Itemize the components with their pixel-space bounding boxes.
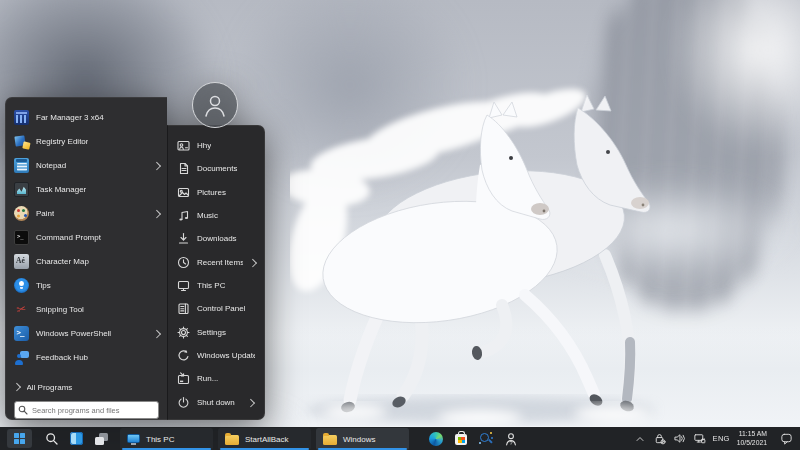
start-menu-item-windows-update[interactable]: Windows Update: [168, 344, 264, 367]
help-question-glyph: ?: [509, 439, 512, 445]
all-programs-button[interactable]: All Programs: [6, 376, 167, 398]
start-menu-item-notepad[interactable]: Notepad: [6, 154, 167, 178]
tray-chevron-up-icon[interactable]: [634, 433, 646, 445]
menu-item-label: Music: [197, 211, 218, 220]
start-menu-item-snipping-tool[interactable]: ✂ Snipping Tool: [6, 297, 167, 321]
menu-item-label: Windows Update: [197, 351, 255, 360]
start-menu-item-pictures[interactable]: Pictures: [168, 181, 264, 204]
user-avatar[interactable]: [192, 82, 238, 128]
sparkle-magnifier-icon: [479, 432, 493, 446]
search-input[interactable]: [14, 401, 159, 419]
all-programs-chevron-icon: [13, 383, 21, 391]
download-arrow-icon: [177, 232, 190, 245]
taskbar: This PC StartAllBack Windows ?: [0, 427, 800, 450]
start-menu-item-recent-items[interactable]: Recent Items: [168, 251, 264, 274]
widgets-button[interactable]: [64, 428, 89, 449]
submenu-chevron-icon: [248, 258, 256, 266]
store-icon: [455, 434, 467, 445]
start-menu-item-documents[interactable]: Documents: [168, 157, 264, 180]
power-icon: [177, 396, 190, 409]
menu-item-label: Command Prompt: [36, 233, 101, 242]
start-menu-item-run[interactable]: Run...: [168, 367, 264, 390]
monitor-icon: [177, 279, 190, 292]
start-menu-item-registry-editor[interactable]: Registry Editor: [6, 130, 167, 154]
user-avatar-icon: [200, 90, 230, 120]
volume-icon[interactable]: [673, 432, 686, 445]
menu-item-label: Character Map: [36, 257, 89, 266]
start-menu-item-control-panel[interactable]: Control Panel: [168, 297, 264, 320]
start-menu-item-paint[interactable]: Paint: [6, 202, 167, 226]
chat-bubble-icon[interactable]: [780, 432, 793, 445]
taskbar-window-label: This PC: [146, 435, 174, 444]
microsoft-store-button[interactable]: [449, 428, 474, 449]
task-view-button[interactable]: [89, 428, 114, 449]
start-menu-item-downloads[interactable]: Downloads: [168, 227, 264, 250]
start-menu-item-task-manager[interactable]: Task Manager: [6, 178, 167, 202]
language-indicator[interactable]: ENG: [713, 434, 730, 443]
taskbar-window-label: StartAllBack: [245, 435, 289, 444]
start-button[interactable]: [7, 429, 32, 448]
taskbar-window-windows[interactable]: Windows: [316, 428, 409, 450]
scissors-glyph: ✂: [13, 300, 31, 317]
menu-item-label: Pictures: [197, 188, 226, 197]
shut-down-button[interactable]: Shut down: [168, 391, 264, 414]
menu-item-label: Downloads: [197, 234, 237, 243]
powershell-glyph: >_: [17, 328, 24, 337]
taskbar-window-startallback[interactable]: StartAllBack: [218, 428, 311, 450]
run-window-icon: [177, 372, 190, 385]
gear-icon: [177, 326, 190, 339]
widgets-icon: [70, 432, 83, 445]
start-menu-item-far-manager[interactable]: Far Manager 3 x64: [6, 106, 167, 130]
tray-time: 11:15 AM: [737, 430, 767, 438]
start-menu-item-music[interactable]: Music: [168, 204, 264, 227]
clock-icon: [177, 256, 190, 269]
tray-date: 10/5/2021: [737, 439, 767, 447]
search-icon: [18, 405, 28, 415]
menu-item-label: Hhy: [197, 141, 211, 150]
notepad-icon: [14, 158, 29, 173]
start-menu-item-settings[interactable]: Settings: [168, 321, 264, 344]
sync-arrow-icon: [177, 349, 190, 362]
start-menu-item-character-map[interactable]: Aé Character Map: [6, 250, 167, 274]
document-icon: [177, 162, 190, 175]
user-folder-icon: [177, 139, 190, 152]
control-panel-icon: [177, 302, 190, 315]
start-menu-item-tips[interactable]: Tips: [6, 273, 167, 297]
folder-icon: [225, 435, 239, 445]
menu-item-label: Windows PowerShell: [36, 329, 111, 338]
start-menu-item-command-prompt[interactable]: >_ Command Prompt: [6, 226, 167, 250]
task-view-icon: [95, 433, 108, 445]
edge-browser-button[interactable]: [424, 428, 449, 449]
shut-down-label: Shut down: [197, 398, 235, 407]
menu-item-label: Control Panel: [197, 304, 245, 313]
start-menu-item-this-pc[interactable]: This PC: [168, 274, 264, 297]
menu-item-label: Settings: [197, 328, 226, 337]
search-box: [14, 401, 159, 419]
edge-icon: [429, 432, 443, 446]
magnifier-tool-button[interactable]: [474, 428, 499, 449]
start-menu-item-user-folder[interactable]: Hhy: [168, 134, 264, 157]
windows-logo-icon: [14, 433, 25, 444]
system-tray: ENG 11:15 AM 10/5/2021: [634, 430, 800, 447]
taskbar-search-button[interactable]: [39, 428, 64, 449]
taskbar-window-this-pc[interactable]: This PC: [120, 428, 213, 450]
start-menu-item-powershell[interactable]: >_ Windows PowerShell: [6, 321, 167, 345]
feedback-hub-icon: [14, 350, 29, 365]
menu-item-label: Task Manager: [36, 185, 86, 194]
menu-item-label: Tips: [36, 281, 51, 290]
powershell-icon: >_: [14, 326, 29, 341]
task-manager-icon: [14, 182, 29, 197]
menu-item-label: This PC: [197, 281, 225, 290]
start-menu-item-feedback-hub[interactable]: Feedback Hub: [6, 345, 167, 369]
menu-item-label: Feedback Hub: [36, 353, 88, 362]
cmd-glyph: >_: [17, 233, 24, 239]
network-icon[interactable]: [693, 432, 706, 445]
start-menu-places-panel: Hhy Documents Pictures Music: [167, 125, 265, 420]
menu-item-label: Documents: [197, 164, 237, 173]
get-help-button[interactable]: ?: [499, 428, 524, 449]
clock[interactable]: 11:15 AM 10/5/2021: [737, 430, 767, 447]
taskbar-pinned-apps: ?: [424, 428, 524, 449]
picture-icon: [177, 186, 190, 199]
security-lock-icon[interactable]: [653, 432, 666, 445]
taskbar-window-label: Windows: [343, 435, 375, 444]
